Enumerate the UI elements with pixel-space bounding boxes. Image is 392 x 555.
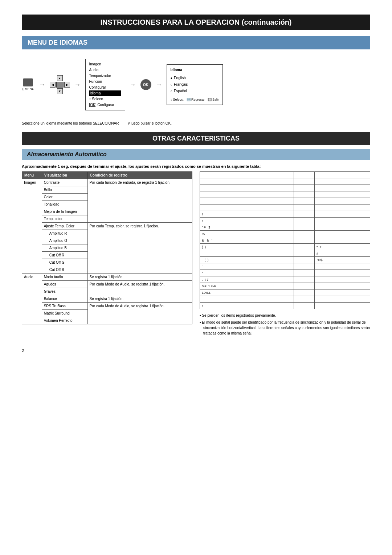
- caption: Seleccione un idioma mediante los botone…: [22, 121, 370, 125]
- table-row: [200, 198, 370, 204]
- table-row: & & ': [200, 237, 370, 244]
- cond-cell: Se registra 1 fijación.: [87, 274, 192, 281]
- section2-title: OTRAS CARACTERISTICAS: [22, 132, 370, 145]
- vis-cell: Amplitud B: [42, 244, 87, 252]
- table-row: ": [200, 270, 370, 276]
- vis-cell: Volumen Perfecto: [42, 317, 87, 324]
- cond-cell: Se registra 1 fijación.: [87, 295, 192, 303]
- vis-cell: Tonalidad: [42, 201, 87, 208]
- col-cond: Condición de registro: [87, 172, 192, 179]
- intro-text: Aproximadamente 1 seg. después de termin…: [22, 164, 370, 169]
- table-row: #: [200, 250, 370, 257]
- subsection-title: Almacenamiento Automático: [22, 149, 370, 160]
- cond-cell: Por cada Modo de Audio, se registra 1 fi…: [87, 303, 192, 324]
- cond-cell: Por cada Modo de Audio, se registra 1 fi…: [87, 281, 192, 295]
- table-row: %: [200, 231, 370, 237]
- vis-cell: Agudos: [42, 281, 87, 288]
- arrow2: →: [74, 81, 81, 89]
- table-row: Imagen Contraste Por cada función de ent…: [22, 179, 192, 186]
- table-row: Audio Modo Audio Se registra 1 fijación.: [22, 274, 192, 281]
- menu-diagram: ⊟MENU → ▲ ◀ ▶ ▼ → Imagen Audio Temporiza…: [22, 55, 370, 114]
- table-row: " # $: [200, 224, 370, 231]
- vis-cell: Cut Off R: [42, 252, 87, 259]
- arrow1: →: [39, 81, 45, 89]
- vis-cell: Ajuste Temp. Color: [42, 223, 87, 230]
- vis-cell: Balance: [42, 295, 87, 303]
- cond-cell: Por cada función de entrada, se registra…: [87, 179, 192, 223]
- table-row: ': [200, 263, 370, 270]
- vis-cell: Temp. color: [42, 215, 87, 223]
- vis-cell: SRS TruBass: [42, 303, 87, 310]
- menu-icon: ⊟MENU: [22, 78, 34, 91]
- page-number: 2: [22, 348, 370, 353]
- table-row: . # /: [200, 276, 370, 283]
- table-row: ( )* +: [200, 244, 370, 250]
- main-title: INSTRUCCIONES PARA LA OPERACION (continu…: [22, 15, 370, 30]
- cond-cell: Por cada Temp. color, se registra 1 fija…: [87, 223, 192, 274]
- content-area: Menú Visualización Condición de registro…: [22, 171, 370, 337]
- left-table-area: Menú Visualización Condición de registro…: [22, 171, 192, 337]
- table-row: !: [200, 303, 370, 309]
- menu-cell-imagen: Imagen: [22, 179, 42, 274]
- table-row: [200, 178, 370, 185]
- table-row: SRS TruBass Por cada Modo de Audio, se r…: [22, 303, 192, 310]
- main-table: Menú Visualización Condición de registro…: [22, 171, 192, 324]
- right-table-area: ! ! " # $ % & & ' ( )* + # . ( ),%$- ' "…: [200, 171, 370, 337]
- table-row: !: [200, 211, 370, 218]
- vis-cell: Cut Off G: [42, 259, 87, 266]
- ok-button: OK: [140, 79, 151, 90]
- table-row: 0 # 1 %&: [200, 283, 370, 289]
- table-row: [200, 204, 370, 211]
- table-row: Agudos Por cada Modo de Audio, se regist…: [22, 281, 192, 288]
- vis-cell: Color: [42, 194, 87, 201]
- table-row: Balance Se registra 1 fijación.: [22, 295, 192, 303]
- vis-cell: Amplitud G: [42, 237, 87, 244]
- table-row: [200, 296, 370, 303]
- vis-cell: Amplitud R: [42, 230, 87, 237]
- col-vis: Visualización: [42, 172, 87, 179]
- table-row: 12%&: [200, 289, 370, 296]
- vis-cell: Mejora de la Imagen: [42, 208, 87, 215]
- col-menu: Menú: [22, 172, 42, 179]
- table-row: !: [200, 218, 370, 224]
- arrow4: →: [156, 81, 162, 89]
- nav-keys: ▲ ◀ ▶ ▼: [50, 75, 70, 94]
- section1-title: MENU DE IDIOMAS: [22, 36, 370, 49]
- notes: • Se pierden los ítems registrados previ…: [200, 313, 370, 336]
- vis-cell: Contraste: [42, 179, 87, 186]
- note-1: • Se pierden los ítems registrados previ…: [200, 313, 370, 318]
- vis-cell: Modo Audio: [42, 274, 87, 281]
- table-row: [200, 185, 370, 191]
- table-row: [200, 172, 370, 178]
- vis-cell: Brillo: [42, 186, 87, 194]
- menu-cell-audio: Audio: [22, 274, 42, 324]
- arrow3: →: [130, 81, 136, 89]
- vis-cell: Graves: [42, 288, 87, 295]
- note-2: • El modo de señal puede ser identificad…: [200, 320, 370, 336]
- menu-box: Imagen Audio Temporizador Función Config…: [85, 59, 125, 110]
- right-table: ! ! " # $ % & & ' ( )* + # . ( ),%$- ' "…: [200, 171, 370, 309]
- table-row: [200, 191, 370, 198]
- idioma-box: Idioma English Français Español ↕ Selecc…: [167, 64, 223, 105]
- vis-cell: Matrix Surround: [42, 310, 87, 317]
- vis-cell: Cut Off B: [42, 266, 87, 274]
- table-row: Ajuste Temp. Color Por cada Temp. color,…: [22, 223, 192, 230]
- table-row: . ( ),%$-: [200, 257, 370, 263]
